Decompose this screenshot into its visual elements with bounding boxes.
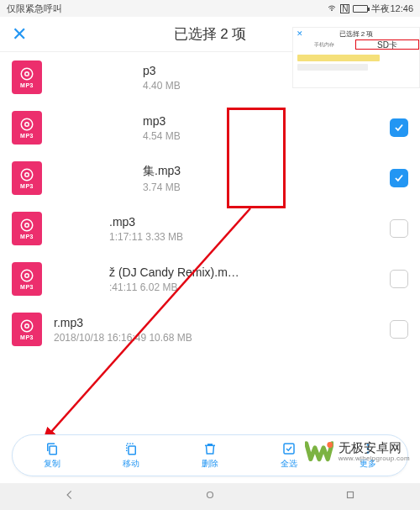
list-item[interactable]: MP3 mp3 4.54 MB	[0, 103, 420, 153]
status-bar: 仅限紧急呼叫 N 半夜12:46	[0, 0, 420, 17]
svg-point-11	[21, 320, 33, 332]
svg-point-1	[21, 68, 33, 80]
move-button[interactable]: 移动	[123, 441, 139, 470]
checkbox[interactable]	[390, 320, 408, 339]
file-name: r.mp3	[54, 316, 390, 329]
file-text: r.mp3 2018/10/18 16:16:49 10.68 MB	[54, 316, 390, 344]
action-label: 全选	[281, 458, 297, 470]
svg-rect-15	[129, 446, 135, 455]
battery-icon	[353, 5, 368, 13]
svg-rect-22	[347, 492, 353, 498]
close-icon[interactable]: ✕	[0, 24, 39, 45]
svg-rect-14	[50, 446, 56, 455]
svg-point-0	[332, 10, 333, 11]
file-text: mp3 4.54 MB	[143, 114, 390, 142]
checkbox[interactable]	[390, 270, 408, 288]
file-meta: 4.54 MB	[143, 130, 390, 142]
file-meta: 3.74 MB	[143, 181, 390, 193]
nav-recent-icon[interactable]	[344, 489, 356, 504]
svg-rect-16	[284, 444, 294, 454]
checkbox-checked[interactable]	[390, 169, 408, 187]
file-meta: 2018/10/18 16:16:49 10.68 MB	[54, 332, 390, 344]
close-icon: ✕	[297, 29, 303, 38]
file-text: ž (DJ Candy Remix).m… :41:11 6.02 MB	[109, 266, 390, 293]
action-label: 删除	[202, 458, 218, 470]
list-item[interactable]: MP3 集.mp3 3.74 MB	[0, 153, 420, 203]
svg-point-20	[327, 442, 333, 448]
action-label: 复制	[44, 458, 60, 470]
svg-point-21	[207, 492, 213, 498]
mp3-file-icon: MP3	[12, 212, 42, 245]
thumb-tab-phone: 手机内存	[293, 39, 355, 50]
status-left-text: 仅限紧急呼叫	[7, 3, 62, 15]
nfc-icon: N	[340, 4, 349, 13]
status-right: N 半夜12:46	[327, 3, 413, 15]
file-text: 集.mp3 3.74 MB	[143, 164, 390, 193]
watermark: 无极安卓网 www.wjhelpgroup.com	[305, 438, 410, 466]
system-nav-bar	[0, 483, 420, 510]
svg-point-12	[25, 324, 29, 329]
thumb-title: 已选择 2 项	[339, 29, 374, 39]
wifi-icon	[327, 3, 337, 14]
svg-point-2	[25, 72, 29, 76]
svg-point-5	[21, 169, 33, 181]
copy-button[interactable]: 复制	[44, 441, 60, 470]
watermark-title: 无极安卓网	[339, 441, 410, 455]
svg-point-10	[25, 274, 29, 278]
list-item[interactable]: MP3 .mp3 1:17:11 3.33 MB	[0, 203, 420, 254]
mp3-file-icon: MP3	[12, 313, 42, 346]
nav-home-icon[interactable]	[204, 489, 216, 504]
mp3-file-icon: MP3	[12, 111, 42, 145]
checkbox[interactable]	[390, 219, 408, 238]
page-title: 已选择 2 项	[174, 24, 247, 44]
svg-point-7	[21, 219, 33, 231]
file-name: mp3	[143, 114, 390, 128]
select-all-button[interactable]: 全选	[281, 441, 297, 470]
list-item[interactable]: MP3 ž (DJ Candy Remix).m… :41:11 6.02 MB	[0, 254, 420, 304]
svg-point-9	[21, 270, 33, 281]
svg-point-3	[21, 118, 33, 130]
svg-point-4	[25, 123, 29, 127]
list-item[interactable]: MP3 r.mp3 2018/10/18 16:16:49 10.68 MB	[0, 304, 420, 355]
file-meta: :41:11 6.02 MB	[109, 281, 390, 293]
thumb-bar	[297, 64, 368, 71]
file-text: .mp3 1:17:11 3.33 MB	[109, 215, 390, 243]
file-name: ž (DJ Candy Remix).m…	[109, 266, 390, 279]
watermark-logo-icon	[305, 438, 333, 466]
action-label: 移动	[123, 458, 139, 470]
status-time: 半夜12:46	[371, 3, 413, 15]
file-name: .mp3	[109, 215, 390, 229]
file-list: MP3 p3 4.40 MB MP3 mp3 4.54 MB MP3 集.mp3…	[0, 52, 420, 355]
mp3-file-icon: MP3	[12, 262, 42, 296]
delete-button[interactable]: 删除	[202, 441, 218, 470]
svg-point-8	[25, 223, 29, 228]
nav-back-icon[interactable]	[64, 489, 76, 504]
checkbox-checked[interactable]	[390, 118, 408, 137]
mp3-file-icon: MP3	[12, 60, 42, 94]
thumb-bar	[297, 55, 380, 61]
watermark-url: www.wjhelpgroup.com	[339, 455, 410, 463]
tutorial-thumbnail: ✕ 已选择 2 项 手机内存 SD卡 ›	[292, 27, 420, 88]
mp3-file-icon: MP3	[12, 161, 42, 195]
file-meta: 1:17:11 3.33 MB	[109, 231, 390, 243]
file-name: 集.mp3	[143, 164, 390, 179]
svg-point-6	[25, 173, 29, 177]
thumb-tab-sd: SD卡	[355, 39, 419, 50]
